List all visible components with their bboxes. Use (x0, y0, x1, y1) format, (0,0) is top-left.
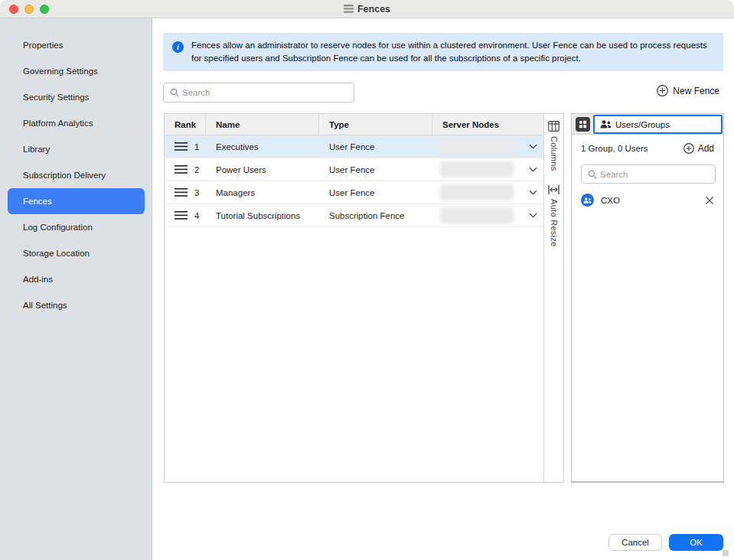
sidebar-item[interactable]: Platform Analytics (8, 110, 145, 136)
columns-tool[interactable]: Columns (548, 121, 559, 171)
members-summary: 1 Group, 0 Users (581, 144, 648, 153)
fence-rank: 4 (194, 211, 199, 220)
chevron-down-icon[interactable] (529, 213, 537, 218)
new-fence-label: New Fence (673, 86, 719, 96)
columns-icon (548, 121, 559, 132)
drag-handle-icon[interactable] (175, 142, 188, 151)
fence-table-row[interactable]: 2 Power Users User Fence (165, 158, 543, 181)
zoom-window-button[interactable] (40, 5, 49, 14)
sidebar-item[interactable]: Add-ins (8, 266, 145, 292)
fence-type: User Fence (329, 188, 374, 197)
fence-name: Tutorial Subscriptions (216, 211, 300, 220)
members-tab-strip: Users/Groups (572, 114, 723, 135)
sidebar-item-label: Storage Location (23, 249, 90, 258)
sidebar-item-label: Fences (23, 197, 52, 206)
fence-search-input[interactable] (182, 88, 354, 97)
columns-tool-label: Columns (550, 136, 559, 171)
tab-users-groups[interactable]: Users/Groups (593, 115, 723, 134)
chevron-down-icon[interactable] (529, 167, 537, 172)
users-groups-icon (600, 120, 612, 129)
table-body: 1 Executives User Fence (165, 135, 543, 227)
sidebar-item-label: Platform Analytics (23, 119, 93, 128)
chevron-down-icon[interactable] (529, 190, 537, 195)
search-icon (170, 88, 179, 97)
server-nodes-value-redacted (440, 184, 514, 200)
remove-member-icon[interactable] (705, 196, 714, 205)
fence-table-row[interactable]: 4 Tutorial Subscriptions Subscription Fe… (165, 204, 543, 227)
info-banner-text: Fences allow an administrator to reserve… (191, 39, 713, 65)
minimize-window-button[interactable] (24, 5, 34, 14)
sidebar-item[interactable]: Security Settings (8, 84, 145, 110)
auto-resize-icon (548, 185, 559, 194)
add-member-button[interactable]: Add (683, 143, 714, 154)
fence-name: Executives (216, 142, 259, 151)
sidebar-item-label: Governing Settings (23, 67, 98, 76)
fence-rank: 3 (194, 188, 199, 197)
plus-circle-icon (657, 85, 668, 96)
sidebar-item[interactable]: All Settings (8, 292, 145, 318)
fences-list-icon (344, 5, 354, 13)
sidebar-item[interactable]: Fences (8, 188, 145, 214)
fence-name: Power Users (216, 165, 266, 174)
settings-sidebar: Properties Governing Settings Security S… (0, 18, 152, 560)
fence-table-row[interactable]: 3 Managers User Fence (165, 181, 543, 204)
sidebar-item-label: Log Configuration (23, 223, 93, 232)
column-header-server-nodes[interactable]: Server Nodes (432, 114, 543, 135)
fence-type: User Fence (329, 142, 374, 151)
window-title-group: Fences (344, 4, 390, 15)
server-nodes-value-redacted (440, 161, 514, 177)
add-member-label: Add (698, 143, 714, 154)
window-controls (9, 5, 49, 14)
sidebar-item-label: Add-ins (23, 275, 53, 284)
members-search-field[interactable] (581, 164, 716, 184)
info-icon: i (172, 41, 184, 53)
search-icon (588, 170, 597, 179)
member-name: CXO (601, 196, 705, 205)
sidebar-item-label: Subscription Delivery (23, 171, 106, 180)
table-header-row: Rank Name Type Server Nodes (165, 114, 543, 135)
fence-rank: 1 (194, 142, 199, 151)
auto-resize-tool[interactable]: Auto Resize (548, 185, 559, 247)
new-fence-button[interactable]: New Fence (657, 85, 719, 96)
sidebar-item[interactable]: Subscription Delivery (8, 162, 145, 188)
sidebar-item-label: All Settings (23, 301, 67, 310)
window-title: Fences (357, 4, 390, 15)
group-avatar-icon (581, 194, 594, 207)
server-nodes-value-redacted (440, 207, 514, 223)
drag-handle-icon[interactable] (175, 188, 188, 197)
members-search-input[interactable] (600, 170, 715, 179)
close-window-button[interactable] (9, 5, 18, 14)
drag-handle-icon[interactable] (175, 211, 188, 220)
resize-grip[interactable] (723, 550, 729, 556)
app-window: Fences Properties Governing Settings Sec… (0, 0, 734, 560)
fences-panel: i Fences allow an administrator to reser… (152, 18, 734, 560)
chevron-down-icon[interactable] (529, 144, 537, 149)
title-bar: Fences (0, 0, 734, 18)
sidebar-item[interactable]: Storage Location (8, 240, 145, 266)
grid-view-icon[interactable] (576, 117, 590, 132)
fence-table: Rank Name Type Server Nodes (164, 113, 564, 483)
fence-type: Subscription Fence (329, 211, 404, 220)
cancel-button[interactable]: Cancel (608, 534, 662, 551)
column-header-name[interactable]: Name (206, 114, 319, 135)
drag-handle-icon[interactable] (175, 165, 188, 174)
ok-button[interactable]: OK (669, 534, 723, 551)
tab-users-groups-label: Users/Groups (615, 120, 670, 129)
column-header-rank[interactable]: Rank (165, 114, 206, 135)
fence-members-panel: Users/Groups 1 Group, 0 Users Add (571, 113, 724, 483)
sidebar-item-label: Security Settings (23, 93, 89, 102)
info-banner: i Fences allow an administrator to reser… (163, 33, 723, 71)
fence-search-field[interactable] (163, 83, 354, 103)
member-row[interactable]: CXO (581, 194, 714, 207)
fence-type: User Fence (329, 165, 374, 174)
sidebar-item[interactable]: Governing Settings (8, 58, 145, 84)
column-header-type[interactable]: Type (319, 114, 432, 135)
server-nodes-value-redacted (440, 138, 514, 155)
sidebar-item-label: Library (23, 145, 50, 154)
fence-name: Managers (216, 188, 255, 197)
sidebar-item[interactable]: Library (8, 136, 145, 162)
sidebar-item[interactable]: Properties (8, 32, 145, 58)
table-tools-strip: Columns Auto Resize (543, 114, 563, 482)
fence-table-row[interactable]: 1 Executives User Fence (165, 135, 543, 158)
sidebar-item[interactable]: Log Configuration (8, 214, 145, 240)
